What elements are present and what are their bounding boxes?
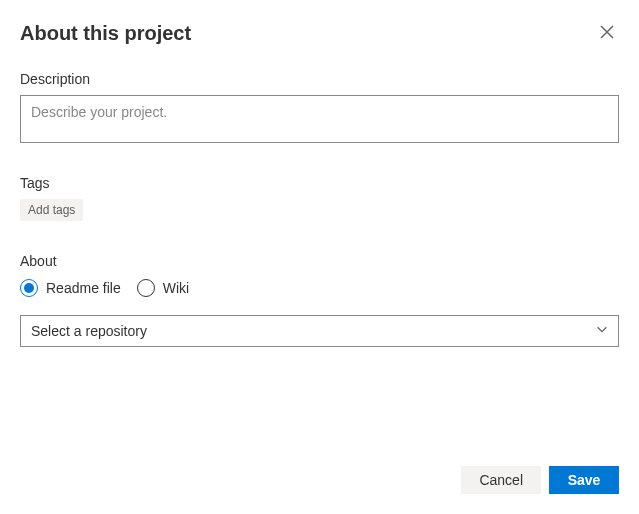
- radio-inner-dot: [24, 283, 34, 293]
- about-radio-group: Readme file Wiki: [20, 279, 619, 297]
- dialog-title: About this project: [20, 22, 191, 45]
- about-section: About Readme file Wiki Select a reposito…: [20, 253, 619, 347]
- dialog-header: About this project: [20, 20, 619, 47]
- radio-wiki-label: Wiki: [163, 280, 189, 296]
- close-icon: [599, 24, 615, 43]
- tags-label: Tags: [20, 175, 619, 191]
- tags-section: Tags Add tags: [20, 175, 619, 221]
- description-section: Description: [20, 71, 619, 147]
- save-button[interactable]: Save: [549, 466, 619, 494]
- radio-readme[interactable]: Readme file: [20, 279, 121, 297]
- repository-select-wrapper: Select a repository: [20, 315, 619, 347]
- radio-wiki[interactable]: Wiki: [137, 279, 189, 297]
- description-input[interactable]: [20, 95, 619, 143]
- about-label: About: [20, 253, 619, 269]
- radio-readme-label: Readme file: [46, 280, 121, 296]
- radio-icon-selected: [20, 279, 38, 297]
- cancel-button[interactable]: Cancel: [461, 466, 541, 494]
- add-tags-button[interactable]: Add tags: [20, 199, 83, 221]
- radio-icon-unselected: [137, 279, 155, 297]
- dialog-footer: Cancel Save: [461, 466, 619, 494]
- description-label: Description: [20, 71, 619, 87]
- repository-select[interactable]: Select a repository: [20, 315, 619, 347]
- close-button[interactable]: [595, 20, 619, 47]
